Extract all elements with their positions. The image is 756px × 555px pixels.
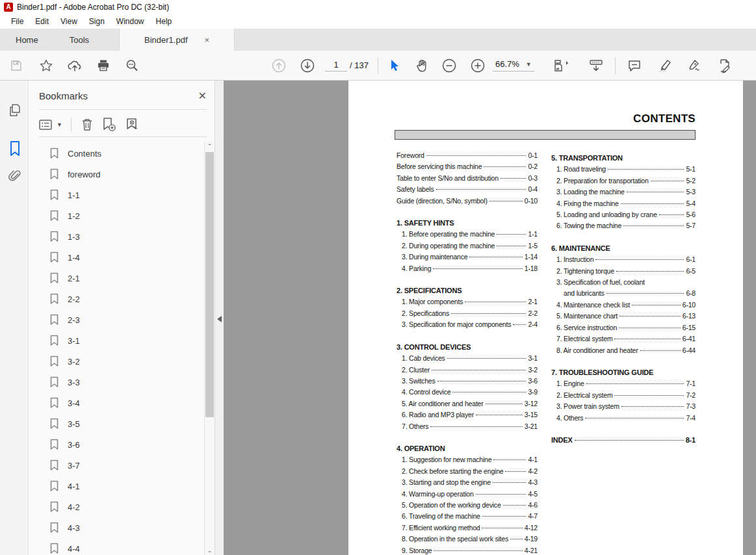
toc-entry[interactable]: 1. Cab devices3-1 <box>397 353 538 364</box>
options-menu-icon[interactable]: ▼ <box>38 118 62 132</box>
toc-entry[interactable]: INDEX8-1 <box>551 435 696 446</box>
bookmark-item-1-1[interactable]: 1-1 <box>29 185 204 205</box>
panel-collapse-strip[interactable] <box>215 81 224 555</box>
toc-entry[interactable]: Table to enter S/No and distribution0-3 <box>397 173 538 184</box>
document-canvas[interactable]: CONTENTS Foreword0-1Before servicing thi… <box>224 81 756 555</box>
toc-entry[interactable]: 2. Cluster3-2 <box>397 365 538 376</box>
bookmark-item-4-1[interactable]: 4-1 <box>29 476 204 497</box>
bookmark-item-1-3[interactable]: 1-3 <box>29 226 204 247</box>
share-cloud-icon[interactable] <box>64 55 86 77</box>
toc-entry[interactable]: 6. Radio and MP3 player3-15 <box>397 409 538 420</box>
menu-file[interactable]: File <box>5 15 29 28</box>
new-bookmark-icon[interactable] <box>101 117 118 133</box>
toc-entry[interactable]: 6. Service instruction6-15 <box>551 322 696 333</box>
toc-entry[interactable]: 3. Power train system7-3 <box>551 401 696 412</box>
zoom-level-dropdown[interactable]: 66.7% ▼ <box>493 59 534 71</box>
toc-entry[interactable]: 7. Efficient working method4-12 <box>397 523 538 534</box>
search-icon[interactable] <box>121 55 143 77</box>
delete-bookmark-icon[interactable] <box>80 117 94 133</box>
fill-sign-icon[interactable] <box>683 55 705 77</box>
close-panel-icon[interactable]: ✕ <box>198 90 207 102</box>
toc-entry[interactable]: 1. Instruction6-1 <box>551 254 696 265</box>
bookmark-item-foreword[interactable]: foreword <box>29 164 204 185</box>
toc-entry[interactable]: Before servicing this machine0-2 <box>397 161 538 172</box>
toc-entry[interactable]: 4. Control device3-9 <box>397 387 538 398</box>
toc-entry[interactable]: 3. Specification of fuel, coolant <box>551 277 696 288</box>
toc-entry[interactable]: 5. Operation of the working device4-6 <box>397 500 538 511</box>
menu-edit[interactable]: Edit <box>29 15 55 28</box>
bookmark-item-1-4[interactable]: 1-4 <box>29 247 204 268</box>
toc-entry[interactable]: Safety labels0-4 <box>397 184 538 195</box>
zoom-out-icon[interactable] <box>438 55 460 77</box>
scroll-mode-icon[interactable] <box>585 55 607 77</box>
menu-help[interactable]: Help <box>150 15 178 28</box>
print-icon[interactable] <box>92 55 114 77</box>
toc-entry[interactable]: 1. Suggestion for new machine4-1 <box>397 454 538 465</box>
attachments-icon[interactable] <box>7 169 23 186</box>
menu-view[interactable]: View <box>55 15 83 28</box>
bookmark-item-3-7[interactable]: 3-7 <box>29 455 204 476</box>
bookmark-item-4-3[interactable]: 4-3 <box>29 517 204 538</box>
collapse-panel-icon[interactable] <box>217 316 222 322</box>
toc-entry[interactable]: Foreword0-1 <box>397 150 538 161</box>
toc-entry[interactable]: 8. Operation in the special work sites4-… <box>397 534 538 545</box>
toc-entry[interactable]: 2. Specifications2-2 <box>397 308 538 319</box>
toc-entry[interactable]: 6. Traveling of the machine4-7 <box>397 511 538 522</box>
toc-entry[interactable]: 3. Loading the machine5-3 <box>551 187 696 198</box>
toc-entry[interactable]: 2. Tightening torque6-5 <box>551 266 696 277</box>
bookmark-item-4-2[interactable]: 4-2 <box>29 497 204 517</box>
bookmark-item-3-5[interactable]: 3-5 <box>29 413 204 434</box>
toc-entry[interactable]: 1. Engine7-1 <box>551 378 696 389</box>
menu-sign[interactable]: Sign <box>83 15 111 28</box>
toc-entry[interactable]: 8. Air conditioner and heater6-44 <box>551 345 696 356</box>
toc-entry[interactable]: 2. Preparation for transportation5-2 <box>551 175 696 187</box>
toc-entry[interactable]: and lubricants6-8 <box>551 288 696 299</box>
toc-entry[interactable]: 4. Warming-up operation4-5 <box>397 489 538 500</box>
close-tab-icon[interactable]: × <box>205 36 210 44</box>
expand-current-bookmark-icon[interactable] <box>124 117 141 133</box>
bookmark-item-contents[interactable]: Contents <box>29 143 204 164</box>
toc-entry[interactable]: 4. Parking1-18 <box>397 263 538 274</box>
edit-pdf-icon[interactable] <box>713 55 735 77</box>
toc-entry[interactable]: 4. Maintenance check list6-10 <box>551 300 696 311</box>
highlight-icon[interactable] <box>653 55 675 77</box>
hand-tool-icon[interactable] <box>411 55 433 77</box>
toc-entry[interactable]: 7. Others3-21 <box>397 421 538 432</box>
toc-entry[interactable]: 6. Towing the machine5-7 <box>551 220 696 231</box>
save-icon[interactable] <box>5 55 27 77</box>
toc-entry[interactable]: 3. During maintenance1-14 <box>397 252 538 263</box>
bookmark-item-3-6[interactable]: 3-6 <box>29 434 204 455</box>
bookmark-item-1-2[interactable]: 1-2 <box>29 205 204 226</box>
tab-document[interactable]: Binder1.pdf × <box>119 29 235 51</box>
star-icon[interactable] <box>35 55 57 77</box>
bookmark-item-3-2[interactable]: 3-2 <box>29 351 204 372</box>
toc-entry[interactable]: 7. Electrical system6-41 <box>551 333 696 344</box>
bookmark-item-3-1[interactable]: 3-1 <box>29 330 204 351</box>
bookmarks-scrollbar[interactable]: ⌃ ⌄ <box>204 142 215 555</box>
toc-entry[interactable]: 1. Major components2-1 <box>397 296 538 307</box>
scrollbar-thumb[interactable] <box>205 152 214 417</box>
previous-page-icon[interactable] <box>268 55 290 77</box>
toc-entry[interactable]: 1. Road traveling5-1 <box>551 164 696 175</box>
page-thumbnails-icon[interactable] <box>7 102 23 119</box>
page-number-input[interactable]: 1 <box>325 60 347 71</box>
select-tool-icon[interactable] <box>384 55 406 77</box>
tab-home[interactable]: Home <box>0 29 54 51</box>
page-fit-icon[interactable] <box>547 55 576 77</box>
bookmark-item-3-3[interactable]: 3-3 <box>29 372 204 393</box>
toc-entry[interactable]: 3. Specification for major components2-4 <box>397 319 538 330</box>
zoom-in-icon[interactable] <box>467 55 489 77</box>
toc-entry[interactable]: 3. Switches3-6 <box>397 376 538 387</box>
comment-icon[interactable] <box>623 55 645 77</box>
menu-window[interactable]: Window <box>111 15 150 28</box>
toc-entry[interactable]: 5. Loading and unloading by crane5-6 <box>551 209 696 220</box>
bookmark-item-2-2[interactable]: 2-2 <box>29 289 204 309</box>
toc-entry[interactable]: 9. Storage4-21 <box>397 545 538 555</box>
toc-entry[interactable]: 1. Before operating the machine1-1 <box>397 229 538 240</box>
scroll-down-icon[interactable]: ⌄ <box>205 546 215 555</box>
toc-entry[interactable]: Guide (direction, S/No, symbol)0-10 <box>397 196 538 207</box>
bookmark-item-2-3[interactable]: 2-3 <box>29 309 204 330</box>
next-page-icon[interactable] <box>296 55 319 77</box>
toc-entry[interactable]: 2. Check before starting the engine4-2 <box>397 466 538 477</box>
toc-entry[interactable]: 2. Electrical system7-2 <box>551 390 696 401</box>
